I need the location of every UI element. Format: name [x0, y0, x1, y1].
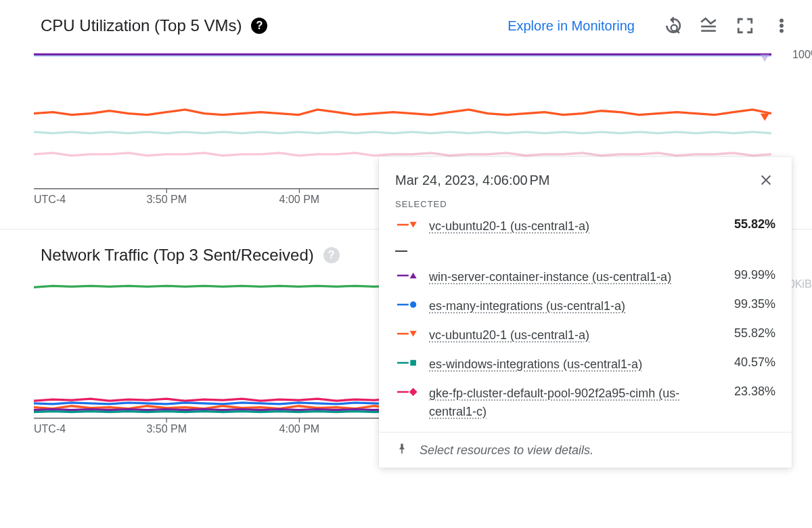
tooltip-series-row[interactable]: vc-ubuntu20-1 (us-central1-a)55.82% [395, 321, 775, 350]
hover-tooltip-card: Mar 24, 2023, 4:06:00 PM SELECTED vc-ubu… [379, 157, 792, 468]
svg-point-6 [780, 29, 784, 32]
tooltip-series-value: 55.82% [734, 217, 775, 232]
legend-toggle-icon[interactable] [700, 17, 717, 35]
tooltip-series-name[interactable]: win-server-container-instance (us-centra… [429, 268, 726, 286]
series-marker-icon [395, 297, 421, 312]
tooltip-separator [395, 250, 407, 252]
series-marker-icon [395, 326, 421, 341]
tooltip-series-row[interactable]: es-many-integrations (us-central1-a)99.3… [395, 292, 775, 321]
cpu-panel-title: CPU Utilization (Top 5 VMs) [41, 16, 242, 35]
tooltip-footer-text: Select resources to view details. [420, 443, 593, 458]
cpu-panel-header: CPU Utilization (Top 5 VMs) ? Explore in… [0, 0, 812, 51]
reset-zoom-icon[interactable] [663, 17, 681, 35]
tooltip-series-name[interactable]: vc-ubuntu20-1 (us-central1-a) [429, 326, 726, 345]
tooltip-series-list: win-server-container-instance (us-centra… [395, 263, 775, 426]
tooltip-series-name[interactable]: vc-ubuntu20-1 (us-central1-a) [429, 217, 726, 236]
tooltip-series-name[interactable]: es-windows-integrations (us-central1-a) [429, 355, 726, 374]
tooltip-series-value: 40.57% [734, 355, 775, 370]
series-marker-icon [395, 217, 421, 232]
help-icon[interactable]: ? [323, 247, 340, 263]
tooltip-section-label: SELECTED [395, 199, 775, 209]
x-axis-tick: 3:50 PM [146, 423, 187, 435]
explore-in-monitoring-link[interactable]: Explore in Monitoring [508, 18, 635, 34]
chart-toolbar [663, 17, 790, 35]
tooltip-series-name[interactable]: gke-fp-cluster-default-pool-902f2a95-cim… [429, 384, 726, 421]
tooltip-selected-row[interactable]: vc-ubuntu20-1 (us-central1-a) 55.82% [395, 212, 775, 241]
help-icon[interactable]: ? [251, 18, 267, 34]
network-panel-title: Network Traffic (Top 3 Sent/Received) [41, 246, 314, 265]
tooltip-series-row[interactable]: win-server-container-instance (us-centra… [395, 263, 775, 292]
tooltip-series-name[interactable]: es-many-integrations (us-central1-a) [429, 297, 726, 315]
tooltip-series-row[interactable]: gke-fp-cluster-default-pool-902f2a95-cim… [395, 379, 775, 426]
more-menu-icon[interactable] [773, 17, 790, 35]
tooltip-series-value: 55.82% [734, 326, 775, 340]
tooltip-series-value: 23.38% [734, 384, 775, 399]
tooltip-series-value: 99.35% [734, 297, 775, 311]
x-axis-tick: UTC-4 [34, 423, 66, 435]
x-axis-tick: 4:00 PM [279, 194, 320, 206]
svg-point-5 [780, 24, 784, 28]
close-icon[interactable] [757, 171, 775, 190]
svg-point-30 [410, 301, 416, 307]
fullscreen-icon[interactable] [736, 17, 754, 35]
svg-rect-33 [410, 360, 415, 366]
pin-icon[interactable] [395, 442, 409, 458]
tooltip-footer: Select resources to view details. [379, 432, 792, 468]
series-marker-icon [395, 355, 421, 370]
series-marker-icon [395, 384, 421, 399]
svg-point-0 [671, 25, 677, 31]
x-axis-tick: 3:50 PM [146, 194, 187, 206]
tooltip-series-value: 99.99% [734, 268, 775, 282]
x-axis-tick: 4:00 PM [279, 423, 320, 435]
tooltip-timestamp: Mar 24, 2023, 4:06:00 PM [395, 173, 549, 188]
y-axis-label-max: 100% [792, 49, 812, 61]
series-marker-icon [395, 268, 421, 283]
tooltip-series-row[interactable]: es-windows-integrations (us-central1-a)4… [395, 350, 775, 379]
x-axis-tick: UTC-4 [34, 194, 66, 206]
svg-point-4 [780, 19, 784, 22]
